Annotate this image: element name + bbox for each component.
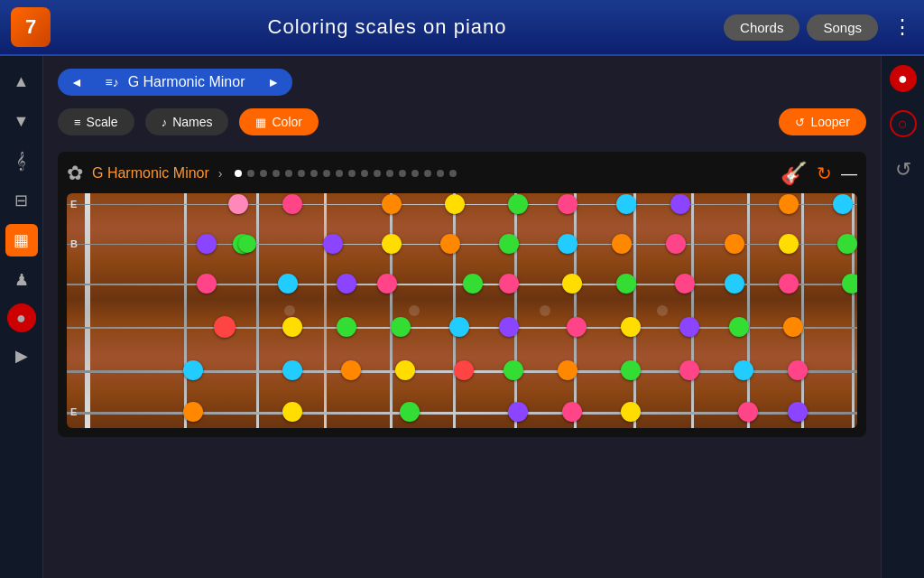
scale-dot-8[interactable] [336, 170, 343, 177]
note-dot-44[interactable] [621, 360, 641, 380]
note-dot-30[interactable] [499, 317, 519, 337]
note-dot-20[interactable] [391, 317, 411, 337]
note-dot-52[interactable] [725, 274, 744, 294]
names-tool-button[interactable]: ♪ Names [145, 108, 229, 135]
note-dot-29[interactable] [499, 274, 519, 294]
note-dot-34[interactable] [558, 194, 578, 214]
note-dot-27[interactable] [463, 274, 483, 294]
sidebar-piano-icon[interactable]: ▦ [5, 224, 38, 256]
color-tool-button[interactable]: ▦ Color [239, 108, 318, 135]
note-dot-62[interactable] [833, 194, 853, 214]
note-dot-15[interactable] [341, 360, 361, 380]
note-dot-17[interactable] [382, 194, 402, 214]
note-dot-23[interactable] [445, 194, 465, 214]
note-dot-21[interactable] [395, 360, 415, 380]
sidebar-arrow-down[interactable]: ▼ [5, 105, 38, 137]
note-dot-7[interactable] [282, 194, 302, 214]
sidebar-record-button[interactable]: ● [7, 303, 36, 332]
note-dot-9[interactable] [282, 317, 302, 337]
note-dot-31[interactable] [504, 360, 523, 380]
note-dot-18[interactable] [382, 234, 402, 254]
scale-selector[interactable]: ◄ ≡♪ G Harmonic Minor ► [58, 69, 292, 96]
note-dot-24[interactable] [440, 234, 460, 254]
note-dot-26[interactable] [454, 360, 474, 380]
scale-dot-9[interactable] [348, 170, 356, 177]
note-dot-50[interactable] [679, 360, 699, 380]
note-dot-1[interactable] [197, 274, 217, 294]
note-dot-49[interactable] [679, 317, 699, 337]
note-dot-22[interactable] [400, 402, 420, 422]
scale-dot-6[interactable] [310, 170, 318, 177]
more-menu-button[interactable]: ⋮ [892, 15, 913, 39]
note-dot-51[interactable] [725, 234, 744, 254]
sidebar-sliders-icon[interactable]: ⊟ [5, 184, 38, 217]
note-dot-41[interactable] [612, 234, 632, 254]
scale-dot-1[interactable] [247, 170, 254, 177]
scale-dot-12[interactable] [386, 170, 393, 177]
note-dot-5[interactable] [228, 194, 248, 214]
note-dot-40[interactable] [616, 194, 636, 214]
note-dot-48[interactable] [675, 274, 695, 294]
note-dot-39[interactable] [562, 402, 582, 422]
note-dot-12[interactable] [323, 234, 343, 254]
sidebar-clef-icon[interactable]: 𝄞 [5, 144, 38, 177]
right-history-button[interactable]: ↺ [889, 155, 918, 184]
guitar-icon-button[interactable]: 🎸 [781, 161, 808, 186]
scale-dot-5[interactable] [298, 170, 305, 177]
rotate-icon-button[interactable]: ↻ [817, 163, 832, 184]
note-dot-59[interactable] [783, 317, 803, 337]
note-dot-38[interactable] [567, 317, 587, 337]
scale-prev-arrow[interactable]: ◄ [70, 75, 83, 89]
note-dot-0[interactable] [197, 234, 217, 254]
scale-dot-17[interactable] [449, 170, 457, 177]
scale-next-arrow[interactable]: ► [267, 75, 280, 89]
note-dot-3[interactable] [183, 360, 203, 380]
note-dot-45[interactable] [621, 402, 641, 422]
note-dot-56[interactable] [779, 194, 799, 214]
note-dot-16[interactable] [238, 235, 256, 253]
note-dot-25[interactable] [449, 317, 469, 337]
note-dot-36[interactable] [562, 274, 582, 294]
note-dot-32[interactable] [508, 402, 528, 422]
fretboard[interactable]: E B E [67, 193, 857, 428]
scale-dot-13[interactable] [399, 170, 406, 177]
note-dot-42[interactable] [616, 274, 636, 294]
note-dot-11[interactable] [282, 402, 302, 422]
right-record-outline-button[interactable]: ○ [890, 110, 917, 137]
scale-tool-button[interactable]: ≡ Scale [58, 108, 134, 135]
scale-dot-3[interactable] [273, 170, 280, 177]
settings-flower-icon[interactable]: ✿ [67, 162, 83, 185]
scale-dot-0[interactable] [235, 170, 242, 177]
note-dot-63[interactable] [837, 234, 857, 254]
scale-dot-7[interactable] [323, 170, 330, 177]
note-dot-47[interactable] [666, 234, 686, 254]
scale-dot-4[interactable] [285, 170, 292, 177]
songs-button[interactable]: Songs [807, 14, 878, 41]
scale-dot-14[interactable] [411, 170, 419, 177]
note-dot-57[interactable] [779, 234, 799, 254]
note-dot-2[interactable] [214, 316, 236, 338]
sidebar-play-button[interactable]: ▶ [5, 340, 38, 372]
note-dot-54[interactable] [734, 360, 753, 380]
note-dot-10[interactable] [282, 360, 302, 380]
note-dot-35[interactable] [558, 234, 578, 254]
scale-dot-2[interactable] [260, 170, 267, 177]
note-dot-8[interactable] [278, 274, 298, 294]
note-dot-14[interactable] [337, 317, 356, 337]
scale-expand-arrow[interactable]: › [218, 166, 223, 181]
note-dot-58[interactable] [779, 274, 799, 294]
note-dot-13[interactable] [337, 274, 356, 294]
note-dot-28[interactable] [499, 234, 519, 254]
scale-dot-11[interactable] [374, 170, 381, 177]
right-record-filled-button[interactable]: ● [890, 65, 917, 92]
collapse-button[interactable]: — [841, 164, 857, 183]
scale-dot-10[interactable] [361, 170, 368, 177]
note-dot-64[interactable] [842, 274, 857, 294]
scale-dot-16[interactable] [437, 170, 444, 177]
note-dot-4[interactable] [183, 402, 203, 422]
note-dot-43[interactable] [621, 317, 641, 337]
note-dot-60[interactable] [788, 360, 808, 380]
note-dot-33[interactable] [508, 194, 528, 214]
note-dot-37[interactable] [558, 360, 578, 380]
note-dot-19[interactable] [377, 274, 397, 294]
